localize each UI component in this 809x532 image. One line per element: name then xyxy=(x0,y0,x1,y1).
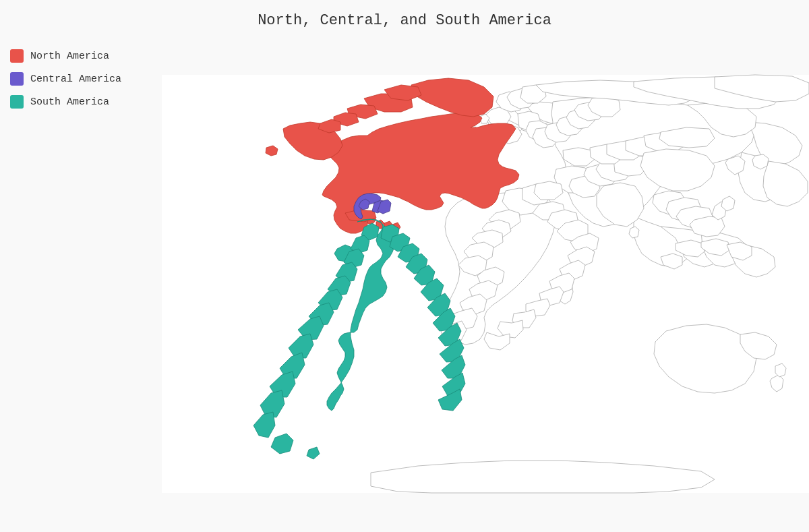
legend-label-north-america: North America xyxy=(30,51,109,62)
legend: North America Central America South Amer… xyxy=(0,36,162,532)
legend-item-central-america: Central America xyxy=(10,72,152,86)
chart-title: North, Central, and South America xyxy=(0,0,809,36)
legend-item-south-america: South America xyxy=(10,95,152,109)
legend-swatch-north-america xyxy=(10,49,24,63)
world-map-svg xyxy=(162,36,809,532)
legend-label-south-america: South America xyxy=(30,96,109,108)
legend-swatch-south-america xyxy=(10,95,24,109)
map-area xyxy=(162,36,809,532)
main-content: North America Central America South Amer… xyxy=(0,36,809,532)
legend-item-north-america: North America xyxy=(10,49,152,63)
legend-label-central-america: Central America xyxy=(30,73,121,85)
legend-swatch-central-america xyxy=(10,72,24,86)
